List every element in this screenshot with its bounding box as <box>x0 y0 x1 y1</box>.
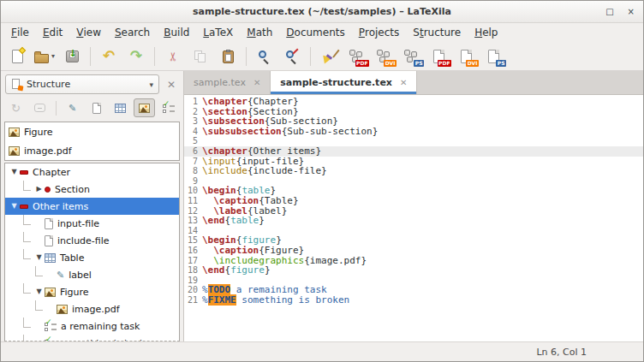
menu-help[interactable]: Help <box>468 23 504 42</box>
menu-documents[interactable]: Documents <box>279 23 351 42</box>
line-number: 13 <box>184 216 202 226</box>
window-title: sample-structure.tex (~/test/samples) – … <box>193 6 451 17</box>
line-number: 9 <box>184 176 202 187</box>
line-number: 7 <box>184 157 202 167</box>
collapse-all-button[interactable] <box>29 98 51 117</box>
paste-icon <box>223 50 234 63</box>
maximize-button[interactable]: □ <box>605 8 613 16</box>
line-number: 19 <box>184 276 202 286</box>
tree-item-image-pdf[interactable]: image.pdf <box>5 300 179 317</box>
text-editor[interactable]: 1\chapter{Chapter}2\section{Section}3\su… <box>184 95 643 341</box>
clean-build-files-button[interactable] <box>316 45 342 68</box>
tree-connector <box>35 266 43 276</box>
build-ps-badge: PS <box>414 60 424 67</box>
new-document-button[interactable] <box>4 45 30 68</box>
build-ps-button[interactable]: PS <box>398 45 424 68</box>
line-number: 4 <box>184 127 202 137</box>
file-icon <box>45 235 53 246</box>
show-figures-button[interactable] <box>134 98 155 117</box>
line-number: 6 <box>184 146 202 157</box>
line-number: 1 <box>184 97 202 107</box>
expander-open-icon[interactable]: ▼ <box>33 254 45 261</box>
close-button[interactable]: × <box>628 8 635 16</box>
tree-item-something-is-broken[interactable]: ✓something is broken <box>5 335 179 341</box>
tree-item-include-file[interactable]: include-file <box>5 232 179 249</box>
line-number: 8 <box>184 166 202 176</box>
structure-icon <box>11 79 22 90</box>
view-dvi-button[interactable]: DVI <box>453 45 479 68</box>
redo-button[interactable]: ↷ <box>123 45 149 68</box>
show-tables-button[interactable] <box>110 98 131 117</box>
build-dvi-badge: DVI <box>384 60 397 67</box>
menu-math[interactable]: Math <box>240 23 279 42</box>
side-panel-close-button[interactable]: ✕ <box>164 79 179 91</box>
find-and-replace-button[interactable] <box>279 45 305 68</box>
tree-item-a-remaining-task[interactable]: ✓a remaining task <box>5 317 179 335</box>
cut-button[interactable]: ✂ <box>160 45 186 68</box>
menu-file[interactable]: File <box>4 23 36 42</box>
dropdown-arrow-icon: ▾ <box>51 52 55 60</box>
active-tab-indicator <box>271 92 416 94</box>
tree-connector <box>23 181 31 191</box>
build-dvi-button[interactable]: DVI <box>371 45 397 68</box>
copy-button[interactable] <box>188 45 213 68</box>
line-number: 15 <box>184 235 202 246</box>
tree-item-table[interactable]: ▼Table <box>5 249 179 266</box>
tree-item-other-items[interactable]: ▼Other items <box>5 198 179 215</box>
undo-button[interactable]: ↶ <box>96 45 122 68</box>
code-line-13: 13\end{table} <box>184 216 643 226</box>
open-document-button[interactable]: ▾ <box>32 45 57 68</box>
tree-connector <box>23 335 31 342</box>
tree-item-chapter[interactable]: ▼Chapter <box>5 163 179 181</box>
menu-build[interactable]: Build <box>157 23 196 42</box>
build-pdf-button[interactable]: PDF <box>343 45 369 68</box>
build-pdf-badge: PDF <box>355 60 369 67</box>
menu-structure[interactable]: Structure <box>406 23 468 42</box>
show-included-files-button[interactable] <box>86 98 107 117</box>
expander-open-icon[interactable]: ▼ <box>33 288 45 295</box>
line-number: 10 <box>184 186 202 196</box>
chapter-icon <box>20 205 28 209</box>
structure-info-item[interactable]: Figure <box>5 122 179 141</box>
side-panel-selector[interactable]: Structure ▾ <box>5 74 159 94</box>
menu-search[interactable]: Search <box>108 23 157 42</box>
expander-open-icon[interactable]: ▼ <box>9 169 20 175</box>
tree-item-figure[interactable]: ▼Figure <box>5 283 179 300</box>
undo-icon: ↶ <box>103 49 115 63</box>
find-button[interactable] <box>252 45 277 68</box>
chevron-down-icon: ▾ <box>149 80 153 89</box>
menu-projects[interactable]: Projects <box>352 23 407 42</box>
image-icon <box>9 128 20 137</box>
menu-edit[interactable]: Edit <box>36 23 69 42</box>
tab-sample-structure-tex[interactable]: sample-structure.tex✕ <box>271 71 417 94</box>
view-pdf-button[interactable]: PDF <box>426 45 451 68</box>
tree-item-label[interactable]: ✎label <box>5 266 179 283</box>
toolbar-separator <box>310 47 311 66</box>
tab-close-icon[interactable]: ✕ <box>400 78 407 87</box>
menu-latex[interactable]: LaTeX <box>196 23 240 42</box>
tab-sample-tex[interactable]: sample.tex✕ <box>184 71 271 94</box>
label-pencil-icon: ✎ <box>69 104 76 113</box>
editor-area: sample.tex✕sample-structure.tex✕ 1\chapt… <box>184 71 643 341</box>
show-labels-button[interactable]: ✎ <box>62 98 83 117</box>
expander-closed-icon[interactable]: ▶ <box>33 186 45 193</box>
expander-open-icon[interactable]: ▼ <box>9 203 20 210</box>
image-icon <box>9 146 20 156</box>
menu-view[interactable]: View <box>69 23 108 42</box>
code-line-18: 18\end{figure} <box>184 265 643 276</box>
save-button[interactable]: ↓ <box>59 45 85 68</box>
structure-info-item[interactable]: image.pdf <box>5 141 179 160</box>
paste-button[interactable] <box>215 45 241 68</box>
refresh-button[interactable]: ↻ <box>5 98 27 117</box>
side-panel: Structure ▾ ✕ ↻✎✓ Figureimage.pdf ▼Chapt… <box>1 71 184 341</box>
todo-icon: ✓ <box>45 321 57 331</box>
tree-connector <box>23 283 31 294</box>
tree-item-section[interactable]: ▶Section <box>5 181 179 198</box>
show-todos-fixmes-button[interactable]: ✓ <box>158 98 179 117</box>
image-icon <box>139 104 150 113</box>
view-ps-button[interactable]: PS <box>480 45 506 68</box>
tree-item-input-file[interactable]: input-file <box>5 215 179 232</box>
tab-close-icon[interactable]: ✕ <box>253 78 260 87</box>
line-number: 14 <box>184 226 202 236</box>
cursor-position: Ln 6, Col 1 <box>536 347 587 358</box>
